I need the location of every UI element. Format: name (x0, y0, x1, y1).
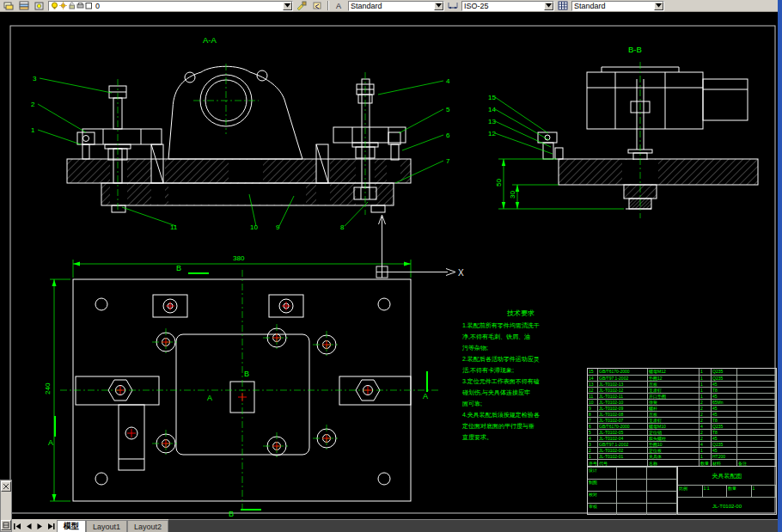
layer-manager-button[interactable] (17, 1, 31, 11)
bom-cell (737, 393, 776, 399)
bom-header: 序号代号名称数量材料备注 (588, 459, 776, 466)
bom-cell: 夹具体 (648, 453, 700, 459)
section-mark-a-left: A (48, 438, 53, 447)
chevron-down-icon (546, 3, 552, 8)
parts-table: 15GB/T6170-2000螺母M121Q23514GB/T97.1-2002… (587, 368, 777, 515)
layer-states-button[interactable] (33, 1, 46, 11)
bom-cell: 2 (700, 417, 712, 423)
bom-cell: 7 (588, 417, 598, 423)
dim-style-value: ISO-25 (464, 2, 489, 10)
sign-cell (617, 467, 647, 479)
technical-notes: 技术要求 1.装配前所有零件均需清洗干 净,不得有毛刺、铁屑、油 污等杂物; 2… (462, 309, 540, 441)
layer-dropdown-arrow[interactable] (283, 2, 292, 10)
title-block-info: 比例 1:1 数量 1 (678, 486, 776, 498)
layer-dropdown[interactable]: 0 (48, 1, 293, 11)
bom-cell: 6 (588, 423, 598, 429)
table-style-icon (558, 1, 568, 10)
drawing-number: JL-T0102-00 (678, 498, 776, 515)
bom-cell: 45 (712, 381, 737, 387)
dock-button-bottom[interactable] (1, 520, 11, 530)
tab-layout1[interactable]: Layout1 (86, 520, 127, 532)
balloon-1: 1 (31, 126, 35, 134)
bom-cell: 8 (588, 411, 598, 417)
tab-last-button[interactable] (46, 521, 57, 532)
sign-cell (617, 491, 647, 503)
bom-cell: 螺母M12 (648, 369, 700, 375)
section-view-aa (67, 66, 411, 212)
chevron-down-icon (284, 3, 290, 8)
grip-icon (3, 522, 9, 529)
bom-cell: Q235 (712, 369, 737, 375)
drawing-title: 夹具装配图 (678, 467, 776, 486)
bom-cell: 45 (712, 435, 737, 441)
bom-rows: 15GB/T6170-2000螺母M121Q23514GB/T97.1-2002… (588, 369, 776, 459)
bom-row: 12JL-T0102-12支承钉1T8 (588, 387, 776, 393)
model-space-canvas[interactable]: 380 240 50 30 1 2 3 4 5 6 7 8 9 10 11 12… (0, 12, 778, 519)
bom-cell: 螺母M10 (648, 423, 700, 429)
bom-cell: 4 (588, 435, 598, 441)
table-style-dropdown[interactable]: Standard (571, 1, 664, 11)
bom-row: 13JL-T0102-13压板145 (588, 381, 776, 387)
dim-style-dropdown[interactable]: ISO-25 (461, 1, 554, 11)
role-label: 审核 (588, 503, 617, 515)
dim-style-button[interactable] (446, 1, 460, 11)
role-label: 校对 (588, 491, 617, 503)
window-border (778, 0, 782, 532)
tab-layout2[interactable]: Layout2 (127, 520, 168, 532)
balloon-12: 12 (488, 130, 496, 138)
dim-50: 50 (495, 179, 503, 187)
bom-row: 15GB/T6170-2000螺母M121Q235 (588, 369, 776, 375)
bom-cell: JL-T0102-12 (598, 387, 648, 393)
dock-button-top[interactable] (1, 481, 11, 492)
bom-header-cell: 备注 (737, 459, 776, 466)
cross-icon (3, 483, 9, 490)
note-line: 2.装配后各活动零件运动应灵 (462, 355, 540, 363)
make-layer-current-button[interactable] (2, 1, 15, 11)
tab-first-button[interactable] (12, 521, 23, 532)
bom-cell: 10 (588, 399, 598, 405)
tab-model[interactable]: 模型 (57, 520, 86, 532)
bom-cell: Q235 (712, 423, 737, 429)
dim-style-dropdown-arrow[interactable] (544, 2, 553, 10)
dim-380: 380 (233, 254, 245, 262)
next-tab-icon (36, 523, 44, 530)
sign-cell (617, 503, 647, 515)
table-style-dropdown-arrow[interactable] (654, 2, 663, 10)
toolbar-separator (327, 1, 329, 10)
layout-tab-bar: 模型 Layout1 Layout2 (12, 519, 778, 532)
section-mark-b-bottom: B (229, 510, 234, 518)
tab-next-button[interactable] (34, 521, 46, 532)
bom-cell: 4 (700, 441, 712, 447)
table-style-button[interactable] (556, 1, 570, 11)
note-line: 碰划伤,与夹具体连接应牢 (462, 388, 530, 396)
text-style-button[interactable]: A (333, 1, 346, 11)
bom-row: 2JL-T0102-02定位板145 (588, 447, 776, 453)
bom-cell (737, 381, 776, 387)
balloon-numbers: 1 2 3 4 5 6 7 8 9 10 11 12 13 14 15 (31, 75, 496, 231)
text-style-dropdown-arrow[interactable] (434, 2, 443, 10)
layer-color-swatch (85, 2, 93, 9)
layer-previous-button[interactable] (310, 1, 324, 11)
match-properties-button[interactable] (295, 1, 309, 11)
bom-cell: 9 (588, 405, 598, 411)
bom-header-cell: 数量 (700, 459, 712, 466)
tab-prev-button[interactable] (23, 521, 34, 532)
bom-cell: 垫圈12 (648, 375, 700, 381)
unlock-icon (68, 2, 76, 9)
bom-cell: 2 (700, 429, 712, 435)
bom-cell: 2 (700, 405, 712, 411)
title-block-main: 夹具装配图 比例 1:1 数量 1 JL-T0102-00 (677, 467, 776, 515)
balloon-5: 5 (446, 106, 450, 113)
balloon-4: 4 (446, 77, 450, 85)
bom-cell: Q235 (712, 441, 737, 447)
section-cut-lines (55, 273, 427, 510)
view-label-bb: B-B (628, 45, 642, 54)
chevron-down-icon (436, 3, 442, 8)
bom-cell (737, 429, 776, 435)
bom-cell: 双头螺柱 (648, 435, 700, 441)
scale-label: 比例 (678, 486, 703, 497)
bom-cell: 1 (700, 381, 712, 387)
bom-cell: 定位板 (648, 447, 700, 453)
note-line: 净,不得有毛刺、铁屑、油 (462, 333, 530, 340)
text-style-dropdown[interactable]: Standard (348, 1, 444, 11)
